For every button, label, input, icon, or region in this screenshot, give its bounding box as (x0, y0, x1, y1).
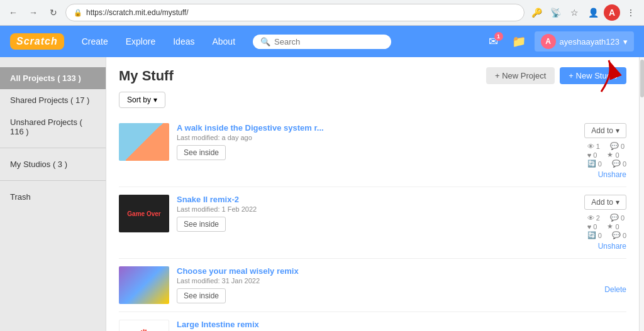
comment-bottom-icon: 💬 (612, 160, 621, 168)
see-inside-button[interactable]: See inside (177, 145, 226, 160)
eye-icon: 👁 (587, 143, 594, 150)
add-to-dropdown-icon: ▾ (616, 126, 619, 135)
comments-bottom-stat: 💬 0 (612, 160, 626, 168)
stat-row-2: ♥ 0 ★ 0 (587, 151, 626, 159)
nav-links: Create Explore Ideas About (74, 33, 243, 50)
menu-icon[interactable]: ⋮ (623, 4, 639, 21)
loves-stat: ♥ 0 (587, 222, 597, 231)
content-header: My Stuff + New Project + New Studio (119, 67, 626, 84)
sort-button[interactable]: Sort by ▾ (119, 92, 165, 108)
address-bar[interactable]: 🔒 https://scratch.mit.edu/mystuff/ (65, 4, 525, 21)
nav-create[interactable]: Create (74, 33, 116, 50)
project-date: Last modified: 31 Jan 2022 (177, 277, 543, 285)
nav-icons: ✉ 1 📁 A ayeshaayath123 ▾ (484, 31, 634, 52)
remix-icon: 🔄 (587, 231, 596, 239)
add-to-button[interactable]: Add to ▾ (584, 123, 626, 138)
nav-about[interactable]: About (204, 33, 243, 50)
comments-top-count: 0 (621, 214, 625, 222)
key-icon[interactable]: 🔑 (528, 4, 545, 21)
views-count: 1 (596, 143, 600, 150)
comments-bottom-count: 0 (623, 160, 626, 168)
comment-icon: 💬 (610, 214, 619, 222)
folder-icon[interactable]: 📁 (509, 32, 528, 51)
views-stat: 👁 2 (587, 214, 600, 222)
unshare-button[interactable]: Unshare (598, 170, 626, 179)
project-stats: 👁 1 💬 0 ♥ 0 (587, 142, 626, 168)
eye-icon: 👁 (587, 214, 594, 222)
add-to-button[interactable]: Add to ▾ (584, 195, 626, 210)
project-title[interactable]: Choose your meal wisely remix (177, 266, 543, 276)
project-thumbnail: Game Over (119, 195, 169, 232)
project-actions: Delete (551, 320, 626, 331)
profile-icon[interactable]: 👤 (585, 4, 601, 21)
scratch-logo[interactable]: Scratch (10, 33, 64, 50)
project-date: Last modified: 1 Feb 2022 (177, 205, 543, 213)
main-layout: All Projects ( 133 ) Shared Projects ( 1… (0, 57, 644, 331)
see-inside-button[interactable]: See inside (177, 288, 226, 303)
project-thumbnail: 🫀 (119, 320, 169, 331)
comment-icon: 💬 (610, 142, 619, 150)
remixes-stat: 🔄 0 (587, 231, 602, 239)
forward-button[interactable]: → (25, 4, 42, 21)
sidebar: All Projects ( 133 ) Shared Projects ( 1… (0, 57, 106, 331)
heart-icon: ♥ (587, 223, 592, 231)
comment-bottom-icon: 💬 (612, 231, 621, 239)
new-project-button[interactable]: + New Project (486, 67, 555, 84)
sidebar-item-my-studios[interactable]: My Studios ( 3 ) (0, 153, 106, 175)
project-title[interactable]: Snake II remix-2 (177, 195, 543, 204)
comments-top-stat: 💬 0 (610, 142, 625, 150)
messages-icon[interactable]: ✉ 1 (484, 32, 503, 51)
bookmark-icon[interactable]: ☆ (566, 4, 582, 21)
remixes-count: 0 (598, 160, 602, 168)
scrollbar[interactable] (639, 57, 644, 331)
project-info: Choose your meal wisely remix Last modif… (177, 266, 543, 303)
user-avatar: A (541, 34, 556, 49)
project-date: Last modified: a day ago (177, 134, 543, 141)
project-title[interactable]: A walk inside the Digestive system r... (177, 123, 543, 133)
back-button[interactable]: ← (5, 4, 21, 21)
nav-search-bar: 🔍 (253, 35, 391, 49)
project-item: 🫀 Large Intestine remix Last modified: 3… (119, 312, 626, 331)
account-icon[interactable]: A (604, 4, 620, 21)
browser-actions: 🔑 📡 ☆ 👤 A ⋮ (528, 4, 639, 21)
user-menu[interactable]: A ayeshaayath123 ▾ (535, 31, 634, 52)
sidebar-item-shared-projects[interactable]: Shared Projects ( 17 ) (0, 89, 106, 111)
stat-row-2: ♥ 0 ★ 0 (587, 222, 626, 231)
project-actions: Add to ▾ 👁 2 💬 0 (551, 195, 626, 251)
sort-bar: Sort by ▾ (119, 92, 626, 108)
comments-bottom-count: 0 (623, 232, 626, 239)
comments-top-count: 0 (621, 143, 625, 150)
nav-ideas[interactable]: Ideas (165, 33, 202, 50)
sidebar-item-unshared-projects[interactable]: Unshared Projects ( 116 ) (0, 111, 106, 143)
project-info: Snake II remix-2 Last modified: 1 Feb 20… (177, 195, 543, 232)
project-list: A walk inside the Digestive system r... … (119, 116, 626, 331)
project-item: A walk inside the Digestive system r... … (119, 116, 626, 187)
unshare-button[interactable]: Unshare (598, 242, 626, 251)
header-buttons: + New Project + New Studio (486, 67, 626, 84)
new-studio-button[interactable]: + New Studio (560, 67, 626, 84)
see-inside-button[interactable]: See inside (177, 217, 226, 232)
stat-row-1: 👁 1 💬 0 (587, 142, 626, 150)
stat-row-3: 🔄 0 💬 0 (587, 160, 626, 168)
stars-count: 0 (615, 223, 619, 231)
cast-icon[interactable]: 📡 (547, 4, 564, 21)
thumb-text: Game Over (127, 210, 160, 217)
stat-row-3: 🔄 0 💬 0 (587, 231, 626, 239)
comments-top-stat: 💬 0 (610, 214, 625, 222)
project-title[interactable]: Large Intestine remix (177, 320, 543, 329)
remixes-stat: 🔄 0 (587, 160, 602, 168)
search-input[interactable] (274, 37, 384, 46)
stat-row-1: 👁 2 💬 0 (587, 214, 626, 222)
nav-explore[interactable]: Explore (118, 33, 163, 50)
loves-stat: ♥ 0 (587, 151, 597, 159)
delete-button[interactable]: Delete (604, 285, 626, 294)
sidebar-item-trash[interactable]: Trash (0, 186, 106, 208)
search-icon: 🔍 (260, 37, 270, 46)
project-info: A walk inside the Digestive system r... … (177, 123, 543, 160)
scroll-thumb[interactable] (640, 60, 644, 97)
sidebar-item-all-projects[interactable]: All Projects ( 133 ) (0, 67, 106, 89)
project-actions: Delete (551, 266, 626, 294)
remix-icon: 🔄 (587, 160, 596, 168)
views-stat: 👁 1 (587, 142, 600, 150)
refresh-button[interactable]: ↻ (45, 4, 62, 21)
